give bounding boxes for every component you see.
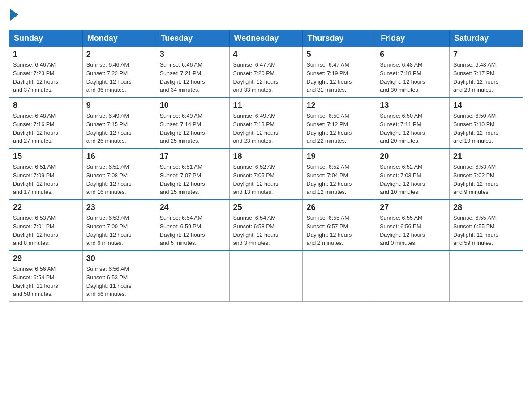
day-info: Sunrise: 6:52 AMSunset: 7:05 PMDaylight:…	[233, 163, 299, 197]
weekday-header-tuesday: Tuesday	[156, 30, 229, 47]
day-cell: 14Sunrise: 6:50 AMSunset: 7:10 PMDayligh…	[450, 98, 523, 149]
day-cell: 28Sunrise: 6:55 AMSunset: 6:55 PMDayligh…	[450, 200, 523, 251]
weekday-header-monday: Monday	[82, 30, 156, 47]
day-cell: 11Sunrise: 6:49 AMSunset: 7:13 PMDayligh…	[229, 98, 303, 149]
day-number: 27	[380, 203, 446, 212]
day-info: Sunrise: 6:51 AMSunset: 7:07 PMDaylight:…	[160, 163, 226, 197]
weekday-header-wednesday: Wednesday	[229, 30, 303, 47]
day-cell: 9Sunrise: 6:49 AMSunset: 7:15 PMDaylight…	[82, 98, 156, 149]
day-cell: 29Sunrise: 6:56 AMSunset: 6:54 PMDayligh…	[9, 251, 83, 302]
day-info: Sunrise: 6:50 AMSunset: 7:10 PMDaylight:…	[453, 112, 519, 146]
day-info: Sunrise: 6:54 AMSunset: 6:59 PMDaylight:…	[160, 214, 226, 248]
day-cell: 30Sunrise: 6:56 AMSunset: 6:53 PMDayligh…	[82, 251, 156, 302]
day-number: 20	[380, 152, 446, 161]
day-info: Sunrise: 6:49 AMSunset: 7:14 PMDaylight:…	[160, 112, 226, 146]
day-cell: 5Sunrise: 6:47 AMSunset: 7:19 PMDaylight…	[303, 47, 376, 98]
day-info: Sunrise: 6:51 AMSunset: 7:09 PMDaylight:…	[13, 163, 79, 197]
day-number: 22	[13, 203, 79, 212]
day-info: Sunrise: 6:47 AMSunset: 7:20 PMDaylight:…	[233, 61, 299, 94]
day-number: 1	[13, 50, 79, 59]
day-number: 3	[160, 50, 226, 59]
day-info: Sunrise: 6:55 AMSunset: 6:57 PMDaylight:…	[306, 214, 372, 248]
day-cell: 3Sunrise: 6:46 AMSunset: 7:21 PMDaylight…	[156, 47, 229, 98]
day-number: 5	[306, 50, 372, 59]
weekday-header-row: SundayMondayTuesdayWednesdayThursdayFrid…	[9, 30, 523, 47]
day-info: Sunrise: 6:46 AMSunset: 7:22 PMDaylight:…	[86, 61, 152, 94]
day-cell: 10Sunrise: 6:49 AMSunset: 7:14 PMDayligh…	[156, 98, 229, 149]
week-row-5: 29Sunrise: 6:56 AMSunset: 6:54 PMDayligh…	[9, 251, 523, 302]
day-number: 13	[380, 101, 446, 110]
day-cell: 24Sunrise: 6:54 AMSunset: 6:59 PMDayligh…	[156, 200, 229, 251]
day-cell: 18Sunrise: 6:52 AMSunset: 7:05 PMDayligh…	[229, 149, 303, 200]
day-number: 12	[306, 101, 372, 110]
weekday-header-sunday: Sunday	[9, 30, 83, 47]
weekday-header-saturday: Saturday	[450, 30, 523, 47]
day-number: 23	[86, 203, 152, 212]
day-number: 4	[233, 50, 299, 59]
week-row-2: 8Sunrise: 6:48 AMSunset: 7:16 PMDaylight…	[9, 98, 523, 149]
day-info: Sunrise: 6:50 AMSunset: 7:12 PMDaylight:…	[306, 112, 372, 146]
day-number: 11	[233, 101, 299, 110]
day-number: 9	[86, 101, 152, 110]
day-number: 19	[306, 152, 372, 161]
day-cell: 22Sunrise: 6:53 AMSunset: 7:01 PMDayligh…	[9, 200, 83, 251]
week-row-1: 1Sunrise: 6:46 AMSunset: 7:23 PMDaylight…	[9, 47, 523, 98]
day-info: Sunrise: 6:53 AMSunset: 7:02 PMDaylight:…	[453, 163, 519, 197]
day-cell	[376, 251, 450, 302]
day-cell: 27Sunrise: 6:55 AMSunset: 6:56 PMDayligh…	[376, 200, 450, 251]
day-number: 30	[86, 254, 152, 263]
day-cell: 7Sunrise: 6:48 AMSunset: 7:17 PMDaylight…	[450, 47, 523, 98]
day-info: Sunrise: 6:55 AMSunset: 6:56 PMDaylight:…	[380, 214, 446, 248]
day-cell	[156, 251, 229, 302]
day-info: Sunrise: 6:46 AMSunset: 7:21 PMDaylight:…	[160, 61, 226, 94]
day-info: Sunrise: 6:55 AMSunset: 6:55 PMDaylight:…	[453, 214, 519, 248]
day-cell: 17Sunrise: 6:51 AMSunset: 7:07 PMDayligh…	[156, 149, 229, 200]
day-cell: 21Sunrise: 6:53 AMSunset: 7:02 PMDayligh…	[450, 149, 523, 200]
day-cell: 6Sunrise: 6:48 AMSunset: 7:18 PMDaylight…	[376, 47, 450, 98]
day-info: Sunrise: 6:54 AMSunset: 6:58 PMDaylight:…	[233, 214, 299, 248]
day-number: 15	[13, 152, 79, 161]
day-info: Sunrise: 6:52 AMSunset: 7:03 PMDaylight:…	[380, 163, 446, 197]
day-cell: 25Sunrise: 6:54 AMSunset: 6:58 PMDayligh…	[229, 200, 303, 251]
day-info: Sunrise: 6:48 AMSunset: 7:17 PMDaylight:…	[453, 61, 519, 94]
day-number: 24	[160, 203, 226, 212]
day-number: 16	[86, 152, 152, 161]
day-number: 25	[233, 203, 299, 212]
day-info: Sunrise: 6:56 AMSunset: 6:53 PMDaylight:…	[86, 265, 152, 299]
calendar-table: SundayMondayTuesdayWednesdayThursdayFrid…	[9, 30, 523, 302]
page-header	[9, 9, 523, 21]
day-cell: 16Sunrise: 6:51 AMSunset: 7:08 PMDayligh…	[82, 149, 156, 200]
day-info: Sunrise: 6:56 AMSunset: 6:54 PMDaylight:…	[13, 265, 79, 299]
day-number: 10	[160, 101, 226, 110]
day-number: 8	[13, 101, 79, 110]
weekday-header-friday: Friday	[376, 30, 450, 47]
day-cell: 2Sunrise: 6:46 AMSunset: 7:22 PMDaylight…	[82, 47, 156, 98]
day-cell	[450, 251, 523, 302]
day-number: 26	[306, 203, 372, 212]
day-cell: 4Sunrise: 6:47 AMSunset: 7:20 PMDaylight…	[229, 47, 303, 98]
day-number: 2	[86, 50, 152, 59]
day-info: Sunrise: 6:51 AMSunset: 7:08 PMDaylight:…	[86, 163, 152, 197]
day-info: Sunrise: 6:46 AMSunset: 7:23 PMDaylight:…	[13, 61, 79, 94]
day-number: 28	[453, 203, 519, 212]
day-number: 18	[233, 152, 299, 161]
day-info: Sunrise: 6:48 AMSunset: 7:18 PMDaylight:…	[380, 61, 446, 94]
day-info: Sunrise: 6:49 AMSunset: 7:15 PMDaylight:…	[86, 112, 152, 146]
day-number: 14	[453, 101, 519, 110]
day-info: Sunrise: 6:53 AMSunset: 7:01 PMDaylight:…	[13, 214, 79, 248]
day-cell: 1Sunrise: 6:46 AMSunset: 7:23 PMDaylight…	[9, 47, 83, 98]
day-cell: 8Sunrise: 6:48 AMSunset: 7:16 PMDaylight…	[9, 98, 83, 149]
day-cell: 15Sunrise: 6:51 AMSunset: 7:09 PMDayligh…	[9, 149, 83, 200]
day-info: Sunrise: 6:53 AMSunset: 7:00 PMDaylight:…	[86, 214, 152, 248]
day-cell	[303, 251, 376, 302]
day-cell: 12Sunrise: 6:50 AMSunset: 7:12 PMDayligh…	[303, 98, 376, 149]
logo-arrow-icon	[10, 9, 18, 21]
logo	[9, 9, 18, 21]
day-info: Sunrise: 6:48 AMSunset: 7:16 PMDaylight:…	[13, 112, 79, 146]
day-cell: 20Sunrise: 6:52 AMSunset: 7:03 PMDayligh…	[376, 149, 450, 200]
day-number: 17	[160, 152, 226, 161]
week-row-4: 22Sunrise: 6:53 AMSunset: 7:01 PMDayligh…	[9, 200, 523, 251]
day-number: 7	[453, 50, 519, 59]
week-row-3: 15Sunrise: 6:51 AMSunset: 7:09 PMDayligh…	[9, 149, 523, 200]
day-info: Sunrise: 6:52 AMSunset: 7:04 PMDaylight:…	[306, 163, 372, 197]
